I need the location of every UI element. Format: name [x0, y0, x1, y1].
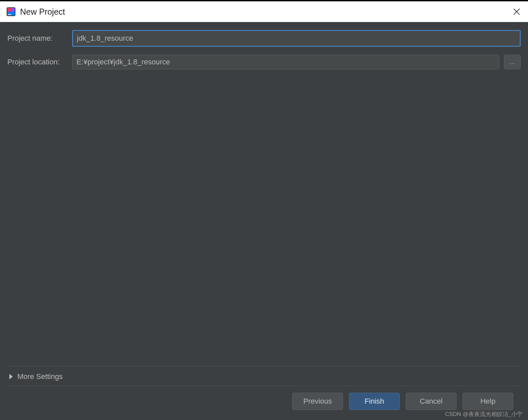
- project-name-input[interactable]: [76, 34, 517, 43]
- titlebar: New Project: [0, 1, 528, 22]
- svg-rect-2: [11, 8, 15, 12]
- project-name-input-wrap[interactable]: [72, 30, 521, 47]
- project-name-label: Project name:: [7, 34, 72, 43]
- project-location-label: Project location:: [7, 58, 72, 66]
- more-settings-toggle[interactable]: More Settings: [7, 366, 521, 386]
- dialog-body: Project name: Project location: ... More…: [0, 22, 528, 420]
- body-spacer: [7, 77, 521, 366]
- dialog-title: New Project: [20, 7, 510, 17]
- more-settings-label: More Settings: [17, 372, 63, 381]
- new-project-dialog: New Project Project name: Project locati…: [0, 1, 528, 420]
- button-bar: Previous Finish Cancel Help: [7, 386, 521, 420]
- project-location-row: Project location: ...: [7, 55, 521, 69]
- cancel-button[interactable]: Cancel: [406, 393, 457, 410]
- previous-button[interactable]: Previous: [292, 393, 343, 410]
- project-name-row: Project name:: [7, 30, 521, 47]
- help-button[interactable]: Help: [463, 393, 513, 410]
- close-icon: [513, 8, 520, 15]
- browse-location-button[interactable]: ...: [504, 55, 521, 69]
- svg-rect-4: [8, 14, 11, 15]
- triangle-right-icon: [9, 374, 13, 379]
- finish-button[interactable]: Finish: [349, 393, 400, 410]
- svg-rect-1: [7, 8, 11, 12]
- project-location-input[interactable]: [76, 57, 496, 67]
- project-location-input-wrap[interactable]: [72, 55, 499, 69]
- close-button[interactable]: [510, 5, 523, 18]
- intellij-icon: [6, 7, 16, 17]
